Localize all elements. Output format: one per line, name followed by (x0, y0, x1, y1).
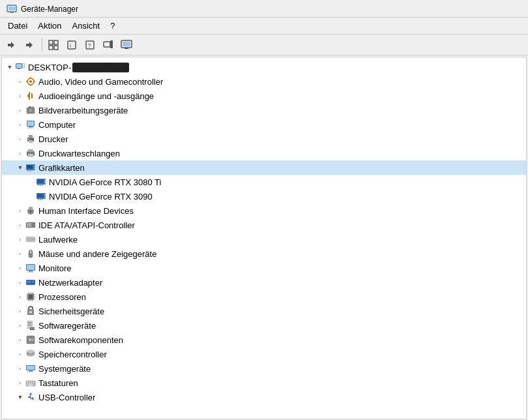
expander-usb[interactable]: ▼ (15, 392, 25, 402)
view-button[interactable] (45, 37, 62, 53)
expander-software-komp[interactable]: › (15, 335, 25, 345)
tree-item-software-komp[interactable]: › Softwarekomponenten (2, 333, 526, 347)
svg-rect-1 (8, 7, 15, 10)
icon-speicher (25, 349, 36, 359)
expander-ide[interactable]: › (15, 220, 25, 230)
expander-grafikkarten[interactable]: ▼ (15, 162, 25, 173)
svg-rect-40 (28, 149, 33, 152)
expander-print-queue[interactable]: › (15, 148, 25, 158)
icon-rtx3080 (36, 177, 46, 187)
icon-usb (25, 392, 36, 402)
icon-netzwerk (25, 277, 36, 288)
svg-rect-129 (27, 383, 28, 385)
svg-rect-32 (27, 121, 34, 126)
icon-printer (25, 134, 36, 144)
scan-button[interactable] (100, 37, 117, 53)
expander-maus[interactable]: › (15, 248, 25, 259)
svg-rect-29 (29, 106, 31, 108)
expander-printer[interactable]: › (15, 134, 25, 144)
tree-label-system: Systemgeräte (38, 364, 91, 374)
tree-item-laufwerke[interactable]: › Laufwerke (2, 232, 526, 247)
tree-label-speicher: Speichercontroller (38, 350, 107, 359)
svg-rect-11 (104, 42, 110, 47)
tree-label-audio-video: Audio, Video und Gamecontroller (38, 77, 163, 87)
back-button[interactable] (4, 37, 21, 53)
tree-label-software-komp: Softwarekomponenten (38, 335, 123, 345)
menu-ansicht[interactable]: Ansicht (67, 19, 106, 33)
tree-item-grafikkarten[interactable]: ▼ Grafikkarten (2, 160, 526, 175)
icon-ide (25, 220, 36, 230)
expander-audio-video[interactable]: › (15, 76, 25, 87)
tree-item-tastaturen[interactable]: › Tastaturen (2, 376, 526, 390)
tree-item-sicherheit[interactable]: › Sicherheitsgeräte (2, 304, 526, 318)
app-icon (7, 4, 17, 14)
monitor-button[interactable] (118, 37, 135, 53)
tree-item-hid[interactable]: › Human Interface Devices (2, 203, 526, 218)
device-tree[interactable]: ▼ DESKTOP-redacted › (1, 57, 527, 419)
svg-rect-47 (34, 168, 35, 169)
help-button[interactable]: ? (81, 37, 98, 53)
tree-label-netzwerk: Netzwerkadapter (38, 278, 102, 288)
tree-label-computer: Computer (38, 120, 76, 130)
tree-label-maus: Mäuse und andere Zeigegeräte (38, 249, 156, 259)
expander-software-geraete[interactable]: › (15, 320, 25, 331)
svg-rect-3 (49, 40, 53, 44)
expander-netzwerk[interactable]: › (15, 277, 25, 288)
tree-item-speicher[interactable]: › Speichercontroller (2, 347, 526, 361)
svg-rect-121 (27, 366, 35, 370)
svg-rect-65 (42, 199, 43, 200)
tree-item-audio-io[interactable]: › Audioeingänge und -ausgänge (2, 89, 526, 103)
tree-item-print-queue[interactable]: › Druckwarteschlangen (2, 146, 526, 160)
expander-desktop[interactable]: ▼ (5, 62, 15, 72)
toolbar: i ? (0, 35, 528, 55)
expander-imaging[interactable]: › (15, 105, 25, 115)
svg-rect-58 (42, 185, 43, 186)
menu-help[interactable]: ? (105, 19, 120, 33)
menu-aktion[interactable]: Aktion (33, 19, 66, 33)
menu-datei[interactable]: Datei (3, 19, 33, 33)
expander-sicherheit[interactable]: › (15, 306, 25, 316)
expander-laufwerke[interactable]: › (15, 234, 25, 245)
tree-label-imaging: Bildverarbeitungsgeräte (38, 106, 128, 115)
tree-item-audio-video[interactable]: › Audio, Video und Gamecontroller (2, 74, 526, 89)
expander-computer[interactable]: › (15, 119, 25, 130)
tree-label-laufwerke: Laufwerke (38, 235, 78, 245)
icon-computer (25, 119, 36, 130)
tree-item-computer[interactable]: › Computer (2, 117, 526, 132)
expander-monitore[interactable]: › (15, 263, 25, 273)
tree-item-usb[interactable]: ▼ USB-Controller (2, 390, 526, 404)
tree-item-rtx3080[interactable]: NVIDIA GeForce RTX 3080 Ti (2, 175, 526, 189)
svg-rect-90 (29, 282, 31, 283)
expander-system[interactable]: › (15, 363, 25, 374)
title-bar-text: Geräte-Manager (21, 5, 78, 14)
tree-item-maus[interactable]: › Mäuse und andere Zeigegeräte (2, 247, 526, 261)
expander-hid[interactable]: › (15, 205, 25, 216)
svg-rect-51 (27, 166, 32, 168)
forward-button[interactable] (22, 37, 39, 53)
svg-rect-6 (54, 46, 58, 50)
svg-rect-41 (28, 154, 33, 157)
svg-rect-108 (30, 310, 31, 312)
tree-item-system[interactable]: › Systemgeräte (2, 361, 526, 376)
expander-tastaturen[interactable]: › (15, 378, 25, 388)
svg-rect-14 (123, 42, 130, 46)
tree-item-printer[interactable]: › Drucker (2, 132, 526, 146)
tree-item-desktop[interactable]: ▼ DESKTOP-redacted (2, 60, 526, 74)
expander-prozessoren[interactable]: › (15, 292, 25, 302)
tree-item-imaging[interactable]: › Bildverarbeitungsgeräte (2, 103, 526, 117)
svg-rect-93 (29, 295, 33, 299)
tree-item-prozessoren[interactable]: › Prozes (2, 290, 526, 304)
svg-rect-87 (27, 281, 29, 282)
properties-button[interactable]: i (63, 37, 80, 53)
tree-item-netzwerk[interactable]: › Netzwerkadapter (2, 275, 526, 290)
tree-item-ide[interactable]: › IDE ATA/ATAPI-Controller (2, 218, 526, 232)
expander-audio-io[interactable]: › (15, 91, 25, 101)
tree-item-software-geraete[interactable]: › exe Softwaregeräte (2, 318, 526, 333)
icon-prozessoren (25, 292, 36, 302)
tree-item-rtx3090[interactable]: NVIDIA GeForce RTX 3090 (2, 189, 526, 203)
tree-label-prozessoren: Prozessoren (38, 292, 86, 302)
icon-audio-video (25, 76, 36, 87)
expander-speicher[interactable]: › (15, 349, 25, 359)
tree-item-monitore[interactable]: › Monitore (2, 261, 526, 275)
toolbar-sep-1 (42, 38, 42, 52)
